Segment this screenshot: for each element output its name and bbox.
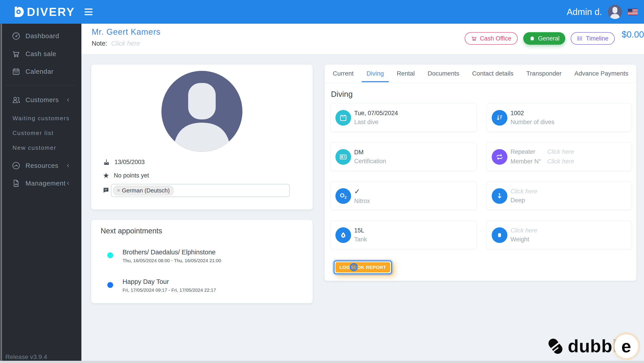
last-dive-card: Tue, 07/05/2024 Last dive <box>330 103 477 132</box>
tank-card: 15L Tank <box>330 221 477 249</box>
sidebar-item-calendar[interactable]: Calendar <box>0 65 82 78</box>
water-drop-icon <box>336 227 351 243</box>
cash-office-button[interactable]: Cash Office <box>465 32 518 45</box>
report-document-icon <box>12 179 20 188</box>
language-tags-input[interactable]: × German (Deutsch) <box>111 184 290 197</box>
certification-label: Certification <box>354 158 386 165</box>
repeat-icon <box>492 149 507 165</box>
weight-label: Weight <box>510 236 537 243</box>
sidebar-item-label: Customers <box>26 96 59 104</box>
us-flag-icon[interactable] <box>628 9 638 15</box>
diving-section-title: Diving <box>331 90 353 99</box>
weight-card: Click here Weight <box>486 221 632 249</box>
timeline-button[interactable]: Timeline <box>571 32 615 45</box>
next-appointments-card: Next appointments Brothers/ Daedalus/ El… <box>91 220 312 303</box>
dubble-watermark: dubbl e <box>547 334 638 358</box>
tab-contact-details[interactable]: Contact details <box>472 65 514 82</box>
dashboard-icon <box>12 31 20 40</box>
tank-value[interactable]: 15L <box>354 227 367 234</box>
dubble-wordmark: dubbl e <box>568 334 638 358</box>
topbar-user-area: Admin d. <box>567 0 638 24</box>
general-button[interactable]: General <box>523 32 565 45</box>
nitrox-label: Nitrox <box>354 198 370 205</box>
nitrox-card: O2 ✓ Nitrox <box>330 181 477 210</box>
certification-value[interactable]: DM <box>354 149 386 156</box>
note-placeholder[interactable]: Click here <box>111 40 140 47</box>
sidebar-item-customers[interactable]: Customers <box>0 93 82 106</box>
sidebar: Dashboard Cash sale Calendar Customers <box>0 24 82 363</box>
customers-icon <box>12 95 20 104</box>
birthday-cake-icon <box>103 158 110 166</box>
remove-tag-icon[interactable]: × <box>117 187 120 194</box>
brand-logo[interactable]: DIVERY <box>14 0 75 24</box>
deep-label: Deep <box>510 197 537 204</box>
cash-office-label: Cash Office <box>480 35 512 42</box>
calendar-icon <box>12 67 20 76</box>
hamburger-menu-icon[interactable] <box>84 8 92 15</box>
sidebar-item-cash-sale[interactable]: Cash sale <box>0 47 82 60</box>
birthday-row: 13/05/2003 <box>103 158 145 166</box>
user-avatar[interactable] <box>608 5 622 19</box>
balance-amount: $0.00 <box>622 29 644 39</box>
deep-value-placeholder[interactable]: Click here <box>510 188 537 195</box>
brand-text: DIVERY <box>27 5 75 18</box>
member-number-value-placeholder[interactable]: Click here <box>547 158 574 165</box>
last-dive-label: Last dive <box>354 119 398 126</box>
sidebar-divider <box>5 85 76 85</box>
tab-transponder[interactable]: Transponder <box>526 65 562 82</box>
certification-card: DM Certification <box>330 142 477 171</box>
number-of-dives-label: Number of dives <box>510 119 554 126</box>
appointment-name[interactable]: Brothers/ Daedalus/ Elphinstone <box>122 249 216 256</box>
appointment-name[interactable]: Happy Day Tour <box>122 278 169 286</box>
sidebar-item-resources[interactable]: Resources <box>0 159 82 172</box>
last-dive-value[interactable]: Tue, 07/05/2024 <box>354 110 398 117</box>
number-of-dives-value[interactable]: 1002 <box>510 110 554 117</box>
appointment-time: Fri, 17/05/2024 09:17 - Fri, 17/05/2024 … <box>122 288 216 293</box>
tab-current[interactable]: Current <box>333 65 354 82</box>
release-version: Release v3.9.4 <box>5 354 47 361</box>
number-of-dives-card: 1002 Number of dives <box>486 103 632 132</box>
member-number-label: Member N° <box>510 158 544 165</box>
nitrox-value[interactable]: ✓ <box>354 187 370 196</box>
language-chip: × German (Deutsch) <box>113 186 174 195</box>
timeline-list-icon <box>577 35 583 41</box>
o2-icon: O2 <box>336 188 351 204</box>
tab-documents[interactable]: Documents <box>428 65 459 82</box>
language-chip-label: German (Deutsch) <box>122 187 170 194</box>
appointment-dot <box>107 252 113 258</box>
points-row: ★ No points yet <box>103 172 149 179</box>
birthday-value[interactable]: 13/05/2003 <box>114 159 145 166</box>
repeater-value-placeholder[interactable]: Click here <box>547 148 574 155</box>
tab-diving[interactable]: Diving <box>366 65 384 82</box>
sidebar-item-customer-list[interactable]: Customer list <box>12 130 54 137</box>
sidebar-item-new-customer[interactable]: New customer <box>12 144 56 151</box>
sidebar-item-label: Calendar <box>26 68 54 75</box>
dubble-e-badge: e <box>614 334 638 358</box>
sidebar-item-dashboard[interactable]: Dashboard <box>0 29 82 42</box>
tank-label: Tank <box>354 236 367 243</box>
profile-avatar[interactable] <box>162 71 242 152</box>
general-label: General <box>538 35 560 42</box>
arrow-down-icon <box>492 188 507 204</box>
cart-icon <box>12 49 20 58</box>
sidebar-item-waiting-customers[interactable]: Waiting customers <box>12 115 70 122</box>
user-name[interactable]: Admin d. <box>567 7 602 17</box>
tab-rental[interactable]: Rental <box>397 65 415 82</box>
logbook-report-button[interactable]: LOGBOOK REPORT <box>336 262 390 273</box>
bottom-edge-strip <box>0 361 644 363</box>
weight-value-placeholder[interactable]: Click here <box>510 227 537 234</box>
sidebar-item-management[interactable]: Management <box>0 177 82 190</box>
tab-advance-payments[interactable]: Advance Payments <box>574 65 628 82</box>
chevron-left-icon <box>66 181 71 186</box>
person-silhouette-icon <box>608 5 622 19</box>
sidebar-item-label: Cash sale <box>26 50 56 58</box>
deep-card: Click here Deep <box>486 181 632 210</box>
timeline-label: Timeline <box>586 35 608 42</box>
sidebar-item-label: Dashboard <box>26 32 59 40</box>
appointment-dot <box>107 282 113 288</box>
topbar: DIVERY Admin d. <box>0 0 644 24</box>
click-indicator <box>350 263 358 271</box>
customer-detail-panel: Current Diving Rental Documents Contact … <box>325 65 636 281</box>
sort-descending-icon <box>492 110 507 126</box>
profile-card: 13/05/2003 ★ No points yet × German (Deu… <box>91 65 312 209</box>
